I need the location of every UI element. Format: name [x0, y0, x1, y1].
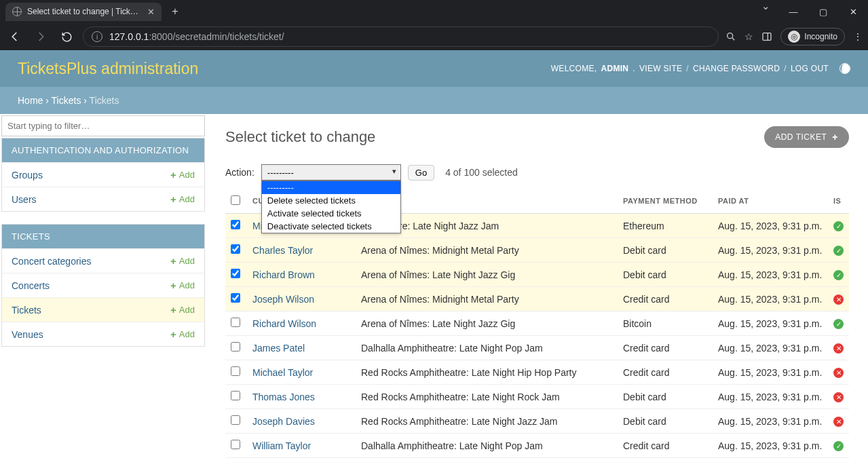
plus-icon: + — [170, 255, 176, 267]
table-row: Michael TaylorRed Rocks Amphitheatre: La… — [225, 360, 849, 385]
customer-link[interactable]: Michael Taylor — [252, 367, 313, 378]
tab-search-icon[interactable]: ⌄ — [753, 0, 778, 23]
table-row: William TaylorDalhalla Amphitheatre: Lat… — [225, 434, 849, 458]
maximize-button[interactable]: ▢ — [808, 0, 838, 23]
toolbar-right: ☆ ◎ Incognito ⋮ — [725, 28, 863, 45]
close-window-button[interactable]: ✕ — [838, 0, 868, 23]
plus-icon: + — [170, 193, 176, 205]
logout-link[interactable]: LOG OUT — [791, 64, 829, 73]
menu-icon[interactable]: ⋮ — [853, 31, 863, 42]
incognito-badge[interactable]: ◎ Incognito — [780, 28, 845, 45]
row-checkbox[interactable] — [231, 318, 240, 327]
forward-button[interactable] — [31, 27, 50, 46]
new-tab-button[interactable]: + — [166, 2, 185, 21]
cell-payment: Debit card — [618, 409, 713, 434]
back-button[interactable] — [5, 27, 24, 46]
cell-concert: Red Rocks Amphitheatre: Late Night Hip H… — [356, 360, 618, 385]
th-is-active[interactable]: IS — [828, 189, 849, 214]
customer-link[interactable]: Charles Taylor — [252, 245, 313, 256]
th-payment[interactable]: PAYMENT METHOD — [618, 189, 713, 214]
selection-count: 4 of 100 selected — [445, 167, 518, 178]
customer-link[interactable]: Joseph Davies — [252, 416, 315, 427]
action-option[interactable]: --------- — [262, 181, 400, 194]
sidebar-add-link[interactable]: + Add — [170, 304, 195, 316]
action-select[interactable]: --------- ---------Delete selected ticke… — [261, 164, 401, 180]
row-checkbox[interactable] — [231, 269, 240, 278]
sidebar-item-venues[interactable]: Venues+ Add — [2, 322, 204, 346]
view-site-link[interactable]: VIEW SITE — [639, 64, 682, 73]
browser-tab[interactable]: Select ticket to change | TicketsPl… ✕ — [5, 3, 162, 21]
action-option[interactable]: Activate selected tickets — [262, 207, 400, 220]
sidebar-item-label[interactable]: Venues — [12, 329, 170, 340]
sidebar-add-link[interactable]: + Add — [170, 169, 195, 180]
customer-link[interactable]: Richard Brown — [252, 269, 315, 280]
row-checkbox[interactable] — [231, 293, 240, 303]
cell-paid-at: Aug. 15, 2023, 9:31 p.m. — [713, 385, 828, 409]
action-option[interactable]: Delete selected tickets — [262, 194, 400, 207]
cell-payment: Credit card — [618, 336, 713, 360]
address-bar[interactable]: i 127.0.0.1:8000/secretadmin/tickets/tic… — [83, 26, 719, 47]
table-row: James PatelDalhalla Amphitheatre: Late N… — [225, 336, 849, 360]
panel-icon[interactable] — [761, 31, 772, 42]
reload-button[interactable] — [57, 27, 76, 46]
sidebar-item-label[interactable]: Users — [12, 194, 170, 205]
breadcrumb-app[interactable]: Tickets — [52, 95, 81, 106]
sidebar-item-concert-categories[interactable]: Concert categories+ Add — [2, 248, 204, 273]
customer-link[interactable]: Richard Wilson — [252, 318, 316, 329]
select-all-checkbox[interactable] — [231, 195, 240, 205]
row-checkbox[interactable] — [231, 366, 240, 376]
cell-paid-at: Aug. 15, 2023, 9:31 p.m. — [713, 336, 828, 360]
sidebar-item-concerts[interactable]: Concerts+ Add — [2, 273, 204, 297]
row-checkbox[interactable] — [231, 342, 240, 352]
sidebar-item-label[interactable]: Concert categories — [12, 256, 170, 267]
row-checkbox[interactable] — [231, 440, 240, 449]
action-select-button[interactable]: --------- — [261, 164, 401, 180]
breadcrumb-home[interactable]: Home — [18, 95, 43, 106]
th-paid[interactable]: PAID AT — [713, 189, 828, 214]
sidebar-item-users[interactable]: Users+ Add — [2, 187, 204, 211]
site-info-icon[interactable]: i — [92, 31, 102, 42]
sidebar-item-label[interactable]: Concerts — [12, 280, 170, 291]
site-brand[interactable]: TicketsPlus administration — [18, 60, 198, 78]
customer-link[interactable]: Thomas Jones — [252, 392, 315, 402]
cell-payment: Credit card — [618, 287, 713, 311]
row-checkbox[interactable] — [231, 391, 240, 400]
minimize-button[interactable]: ― — [778, 0, 808, 23]
cell-concert: Arena of Nîmes: Midnight Metal Party — [356, 287, 618, 311]
sidebar-item-label[interactable]: Tickets — [12, 305, 170, 316]
admin-header: TicketsPlus administration WELCOME, ADMI… — [0, 50, 868, 87]
action-option[interactable]: Deactivate selected tickets — [262, 220, 400, 233]
row-checkbox[interactable] — [231, 244, 240, 254]
sidebar-filter-input[interactable] — [1, 115, 205, 136]
close-tab-icon[interactable]: ✕ — [147, 7, 155, 17]
theme-toggle-icon[interactable] — [839, 63, 850, 74]
sidebar-item-label[interactable]: Groups — [12, 170, 170, 180]
sidebar-item-tickets[interactable]: Tickets+ Add — [2, 297, 204, 322]
sidebar-add-link[interactable]: + Add — [170, 255, 195, 267]
customer-link[interactable]: James Patel — [252, 343, 305, 354]
sidebar-add-link[interactable]: + Add — [170, 193, 195, 205]
customer-link[interactable]: William Taylor — [252, 440, 311, 451]
row-checkbox[interactable] — [231, 220, 240, 229]
sidebar-item-groups[interactable]: Groups+ Add — [2, 162, 204, 187]
cell-paid-at: Aug. 15, 2023, 9:31 p.m. — [713, 434, 828, 458]
sidebar-caption-tickets: TICKETS — [2, 225, 204, 248]
bookmark-icon[interactable]: ☆ — [744, 31, 753, 42]
zoom-icon[interactable] — [725, 31, 736, 42]
cell-payment: Debit card — [618, 385, 713, 409]
go-button[interactable]: Go — [408, 165, 434, 180]
change-password-link[interactable]: CHANGE PASSWORD — [693, 64, 780, 73]
cell-payment: Credit card — [618, 434, 713, 458]
plus-icon: + — [170, 169, 176, 180]
row-checkbox[interactable] — [231, 415, 240, 425]
cell-concert: Arena of Nîmes: Late Night Jazz Gig — [356, 311, 618, 336]
sidebar-add-link[interactable]: + Add — [170, 280, 195, 291]
cell-paid-at: Aug. 15, 2023, 9:31 p.m. — [713, 238, 828, 263]
sidebar-add-link[interactable]: + Add — [170, 328, 195, 340]
cell-paid-at: Aug. 15, 2023, 9:31 p.m. — [713, 214, 828, 238]
browser-chrome: Select ticket to change | TicketsPl… ✕ +… — [0, 0, 868, 50]
tab-strip: Select ticket to change | TicketsPl… ✕ +… — [0, 0, 868, 23]
add-ticket-button[interactable]: ADD TICKET + — [764, 126, 849, 148]
status-no-icon: ✕ — [833, 294, 844, 305]
customer-link[interactable]: Joseph Wilson — [252, 294, 314, 305]
